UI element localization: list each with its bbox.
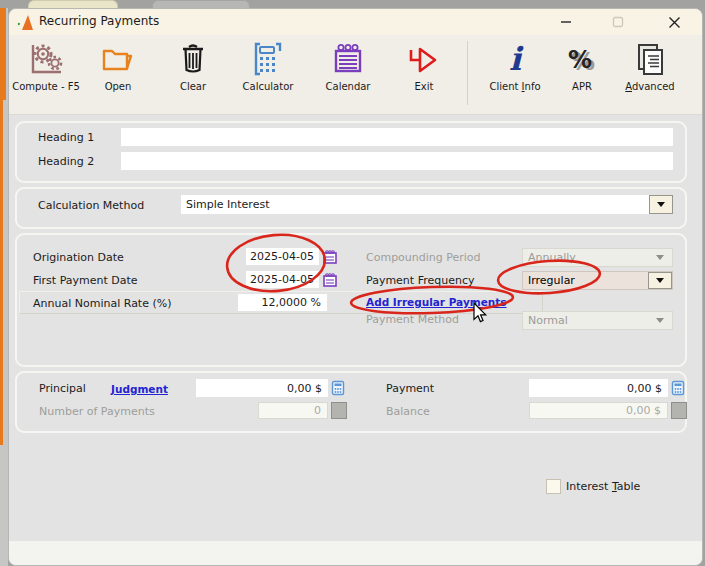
apr-label: APR	[550, 81, 614, 92]
close-icon	[668, 16, 681, 29]
interest-table-label: Interest Table	[566, 480, 640, 493]
payment-frequency-value: Irregular	[523, 274, 648, 287]
payment-frequency-label: Payment Frequency	[366, 274, 474, 287]
minimize-button[interactable]	[549, 9, 583, 35]
toolbar-separator	[467, 41, 468, 105]
payment-input[interactable]	[529, 379, 668, 397]
exit-button[interactable]: Exit	[392, 37, 456, 111]
svg-text:i: i	[509, 40, 524, 78]
interest-table-label-post: able	[617, 480, 641, 493]
heading2-label: Heading 2	[38, 155, 94, 168]
percent-icon: % %	[562, 39, 602, 79]
calculation-method-select[interactable]: Simple Interest	[181, 195, 673, 214]
screen: Recurring Payments	[0, 0, 705, 566]
client-info-label-pre: Client	[489, 81, 521, 92]
calendar-button[interactable]: Calendar	[316, 37, 380, 111]
background-orange-edge	[0, 100, 3, 445]
balance-button	[671, 402, 687, 419]
number-of-payments-label: Number of Payments	[39, 405, 155, 418]
trash-icon	[173, 39, 213, 79]
clear-label: Clear	[161, 81, 225, 92]
first-payment-date-label: First Payment Date	[33, 274, 138, 287]
calculation-method-value: Simple Interest	[181, 198, 649, 211]
annual-nominal-rate-input[interactable]	[238, 294, 327, 311]
apr-button[interactable]: % % APR	[550, 37, 614, 111]
payment-method-select: Normal	[522, 311, 673, 330]
svg-text:%: %	[568, 46, 592, 74]
advanced-label-accel: A	[625, 81, 632, 92]
app-logo-icon	[16, 13, 36, 31]
add-irregular-payments-link[interactable]: Add Irregular Payments	[366, 296, 507, 308]
origination-date-picker-icon[interactable]	[322, 249, 338, 265]
compounding-period-select: Annually	[522, 248, 673, 267]
calculation-method-dropdown-button[interactable]	[649, 195, 673, 214]
compounding-period-value: Annually	[523, 251, 648, 264]
judgment-link[interactable]: Judgment	[111, 383, 168, 395]
principal-calculator-icon[interactable]	[331, 380, 345, 396]
interest-table-label-pre: Interest	[566, 480, 612, 493]
heading1-input[interactable]	[121, 128, 673, 146]
number-of-payments-input	[258, 402, 328, 419]
first-payment-date-input[interactable]	[246, 271, 319, 288]
number-of-payments-button	[331, 402, 347, 419]
heading2-input[interactable]	[121, 152, 673, 170]
heading1-label: Heading 1	[38, 131, 94, 144]
open-button[interactable]: Open	[86, 37, 150, 111]
balance-input	[529, 402, 668, 419]
recurring-payments-window: Recurring Payments	[8, 8, 703, 566]
calendar-icon	[328, 39, 368, 79]
annual-nominal-rate-label: Annual Nominal Rate (%)	[33, 297, 171, 310]
principal-input[interactable]	[196, 379, 328, 397]
clear-button[interactable]: Clear	[161, 37, 225, 111]
payment-label: Payment	[386, 382, 434, 395]
chevron-down-icon	[656, 278, 664, 283]
compute-button[interactable]: Compute - F5	[9, 37, 83, 111]
payment-frequency-dropdown-button[interactable]	[648, 272, 672, 289]
calculator-label: Calculator	[236, 81, 300, 92]
calculator-button[interactable]: Calculator	[236, 37, 300, 111]
exit-arrow-icon	[404, 39, 444, 79]
maximize-button	[601, 9, 635, 35]
client-info-button[interactable]: i Client Info	[483, 37, 547, 111]
balance-label: Balance	[386, 405, 430, 418]
calculation-method-label: Calculation Method	[38, 199, 144, 212]
interest-table-checkbox[interactable]	[546, 479, 561, 494]
calculator-icon	[248, 39, 288, 79]
origination-date-input[interactable]	[246, 248, 319, 265]
close-button[interactable]	[657, 9, 691, 35]
payment-method-label: Payment Method	[366, 313, 459, 326]
compute-label: Compute - F5	[9, 81, 83, 92]
payment-method-value: Normal	[523, 314, 648, 327]
client-info-label: Client Info	[483, 81, 547, 92]
advanced-label: Advanced	[618, 81, 682, 92]
status-bar	[9, 541, 702, 566]
open-label: Open	[86, 81, 150, 92]
chevron-down-icon	[657, 202, 665, 207]
background-orange-edge	[0, 8, 6, 100]
advanced-label-post: dvanced	[632, 81, 675, 92]
exit-label: Exit	[392, 81, 456, 92]
documents-icon	[630, 39, 670, 79]
window-title: Recurring Payments	[39, 14, 159, 28]
info-icon: i	[495, 39, 535, 79]
chevron-down-icon	[648, 312, 672, 329]
minimize-icon	[560, 16, 572, 28]
principal-label: Principal	[39, 382, 86, 395]
compute-gears-icon	[26, 39, 66, 79]
advanced-button[interactable]: Advanced	[618, 37, 682, 111]
payment-frequency-select[interactable]: Irregular	[522, 271, 673, 290]
calendar-label: Calendar	[316, 81, 380, 92]
open-folder-icon	[98, 39, 138, 79]
first-payment-date-picker-icon[interactable]	[322, 272, 338, 288]
compounding-period-label: Compounding Period	[366, 251, 481, 264]
origination-date-label: Origination Date	[33, 251, 124, 264]
title-bar[interactable]: Recurring Payments	[9, 9, 702, 35]
maximize-icon	[612, 16, 624, 28]
client-info-label-post: nfo	[525, 81, 541, 92]
toolbar: Compute - F5 Open C	[9, 35, 702, 115]
chevron-down-icon	[648, 249, 672, 266]
payment-calculator-icon[interactable]	[671, 380, 685, 396]
